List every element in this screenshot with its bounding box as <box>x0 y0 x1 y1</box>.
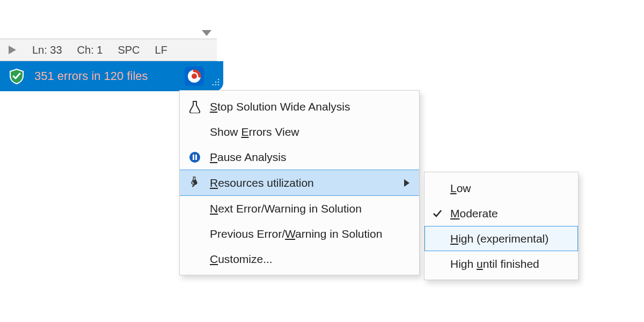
menu-label: Next Error/Warning in Solution <box>210 202 412 215</box>
check-icon <box>425 209 450 218</box>
svg-point-5 <box>215 82 217 83</box>
editor-area <box>0 0 217 39</box>
menu-pause-analysis[interactable]: Pause Analysis <box>180 144 419 170</box>
svg-point-4 <box>218 79 219 80</box>
submenu-arrow-icon <box>402 179 412 187</box>
svg-point-6 <box>218 82 219 83</box>
menu-label: Pause Analysis <box>210 151 412 164</box>
submenu-label: Moderate <box>450 207 570 220</box>
editor-panel: Ln: 33 Ch: 1 SPC LF <box>0 0 217 61</box>
menu-label: Show Errors View <box>210 126 412 138</box>
menu-previous-error[interactable]: Previous Error/Warning in Solution <box>180 221 419 246</box>
dropdown-chevron-icon[interactable] <box>202 30 211 36</box>
submenu-high-until-finished[interactable]: High until finished <box>425 251 578 276</box>
submenu-label: Low <box>450 182 570 195</box>
flask-icon <box>180 100 210 113</box>
submenu-moderate[interactable]: Moderate <box>425 201 578 226</box>
error-summary-text: 351 errors in 120 files <box>34 69 148 83</box>
status-indent[interactable]: SPC <box>110 44 147 56</box>
submenu-label: High until finished <box>450 258 570 270</box>
svg-point-3 <box>192 74 197 79</box>
submenu-high-experimental[interactable]: High (experimental) <box>425 226 578 251</box>
svg-marker-0 <box>202 30 211 36</box>
svg-rect-12 <box>193 155 194 160</box>
menu-label: Customize... <box>210 253 412 266</box>
shield-icon <box>8 67 26 85</box>
svg-point-8 <box>215 84 217 86</box>
menu-label: Stop Solution Wide Analysis <box>210 100 412 113</box>
status-line-ending[interactable]: LF <box>148 44 175 56</box>
tools-icon <box>180 177 210 189</box>
editor-status-row: Ln: 33 Ch: 1 SPC LF <box>0 39 217 61</box>
solution-analysis-bar[interactable]: 351 errors in 120 files <box>0 61 223 91</box>
submenu-low[interactable]: Low <box>425 175 578 201</box>
analysis-indicator-icon[interactable] <box>185 67 204 86</box>
svg-rect-13 <box>195 155 197 160</box>
menu-label: Previous Error/Warning in Solution <box>210 228 412 240</box>
status-char[interactable]: Ch: 1 <box>70 44 111 56</box>
pause-icon <box>180 151 210 163</box>
svg-marker-14 <box>404 179 409 187</box>
menu-resources-utilization[interactable]: Resources utilization <box>180 170 419 196</box>
menu-stop-analysis[interactable]: Stop Solution Wide Analysis <box>180 94 419 119</box>
menu-customize[interactable]: Customize... <box>180 246 419 272</box>
resources-submenu: Low Moderate High (experimental) High un… <box>424 172 579 280</box>
svg-marker-1 <box>9 46 16 54</box>
play-icon[interactable] <box>0 46 25 54</box>
svg-point-9 <box>218 84 219 86</box>
status-line[interactable]: Ln: 33 <box>25 44 70 56</box>
menu-next-error[interactable]: Next Error/Warning in Solution <box>180 196 419 221</box>
svg-point-7 <box>213 84 214 86</box>
svg-point-11 <box>189 152 200 163</box>
menu-show-errors[interactable]: Show Errors View <box>180 119 419 144</box>
menu-label: Resources utilization <box>210 177 402 189</box>
analysis-context-menu: Stop Solution Wide Analysis Show Errors … <box>179 90 420 275</box>
submenu-label: High (experimental) <box>450 232 570 245</box>
resize-grip-icon[interactable] <box>211 76 220 89</box>
